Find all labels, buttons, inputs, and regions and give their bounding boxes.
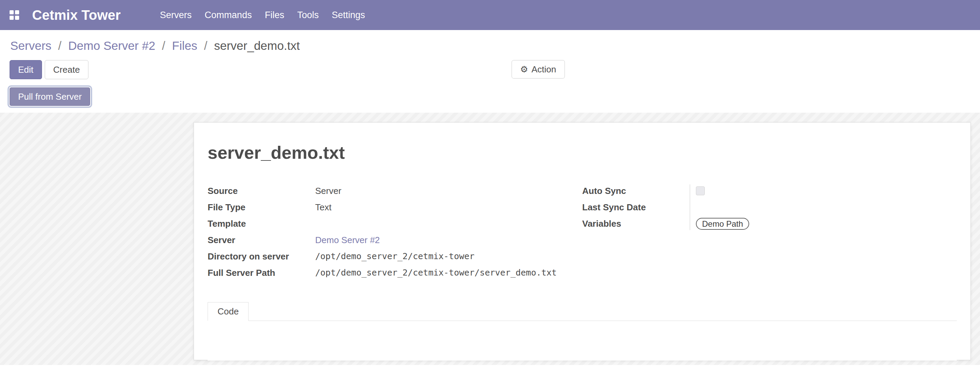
breadcrumb-separator: / xyxy=(55,39,65,52)
field-label-directory: Directory on server xyxy=(208,250,315,263)
field-row-directory: Directory on server /opt/demo_server_2/c… xyxy=(208,248,582,264)
action-button-label: Action xyxy=(532,64,556,75)
field-group-right: Auto Sync Last Sync Date Variables Demo … xyxy=(582,183,957,281)
breadcrumb-item-demo-server[interactable]: Demo Server #2 xyxy=(68,39,155,52)
field-label-file-type: File Type xyxy=(208,201,315,214)
menu-item-files[interactable]: Files xyxy=(258,0,291,30)
top-navbar: Cetmix Tower Servers Commands Files Tool… xyxy=(0,0,980,30)
control-panel: Edit Create ⚙ Action xyxy=(0,53,980,79)
field-row-full-path: Full Server Path /opt/demo_server_2/cetm… xyxy=(208,264,582,281)
field-value-source: Server xyxy=(315,185,582,197)
field-label-template: Template xyxy=(208,217,315,230)
action-dropdown-button[interactable]: ⚙ Action xyxy=(512,60,565,78)
breadcrumb-item-files[interactable]: Files xyxy=(172,39,197,52)
tab-code[interactable]: Code xyxy=(208,302,248,321)
field-row-auto-sync: Auto Sync xyxy=(582,183,957,199)
field-label-auto-sync: Auto Sync xyxy=(582,185,690,197)
field-label-source: Source xyxy=(208,185,315,197)
field-row-variables: Variables Demo Path xyxy=(582,215,957,232)
breadcrumb-separator: / xyxy=(200,39,211,52)
field-groups: Source Server File Type Text Template Se… xyxy=(208,183,957,281)
breadcrumb: Servers / Demo Server #2 / Files / serve… xyxy=(0,30,980,53)
field-value-directory: /opt/demo_server_2/cetmix-tower xyxy=(315,250,582,263)
menu-item-settings[interactable]: Settings xyxy=(325,0,372,30)
field-label-server: Server xyxy=(208,234,315,247)
breadcrumb-separator: / xyxy=(158,39,169,52)
form-sheet: server_demo.txt Source Server File Type … xyxy=(194,122,971,360)
server-link[interactable]: Demo Server #2 xyxy=(315,235,380,245)
field-row-last-sync-date: Last Sync Date xyxy=(582,199,957,215)
field-row-server: Server Demo Server #2 xyxy=(208,232,582,248)
brand-title: Cetmix Tower xyxy=(32,8,121,23)
field-row-template: Template xyxy=(208,215,582,232)
menu-item-servers[interactable]: Servers xyxy=(153,0,198,30)
gear-icon: ⚙ xyxy=(520,64,528,75)
menu-item-commands[interactable]: Commands xyxy=(198,0,258,30)
field-label-variables: Variables xyxy=(582,217,690,230)
field-row-file-type: File Type Text xyxy=(208,199,582,215)
field-label-last-sync-date: Last Sync Date xyxy=(582,201,690,214)
field-label-full-path: Full Server Path xyxy=(208,266,315,279)
variable-tag-demo-path: Demo Path xyxy=(696,218,749,230)
column-divider xyxy=(690,185,690,230)
object-buttons-row: Pull from Server xyxy=(0,79,980,113)
menu-item-tools[interactable]: Tools xyxy=(291,0,325,30)
field-value-file-type: Text xyxy=(315,201,582,214)
field-row-source: Source Server xyxy=(208,183,582,199)
field-group-left: Source Server File Type Text Template Se… xyxy=(208,183,582,281)
field-value-full-path: /opt/demo_server_2/cetmix-tower/server_d… xyxy=(315,266,582,279)
edit-button[interactable]: Edit xyxy=(10,60,42,79)
create-button[interactable]: Create xyxy=(45,60,88,79)
field-value-server: Demo Server #2 xyxy=(315,234,582,247)
breadcrumb-current: server_demo.txt xyxy=(214,39,300,52)
tab-code-content xyxy=(208,321,957,361)
form-view-background: server_demo.txt Source Server File Type … xyxy=(0,113,980,365)
apps-grid-icon[interactable] xyxy=(10,10,19,20)
field-value-auto-sync xyxy=(690,185,957,195)
notebook-tabs: Code xyxy=(208,302,957,321)
main-menu: Servers Commands Files Tools Settings xyxy=(153,0,372,30)
pull-from-server-button[interactable]: Pull from Server xyxy=(10,88,90,106)
auto-sync-checkbox[interactable] xyxy=(696,186,705,195)
record-title: server_demo.txt xyxy=(208,142,957,163)
breadcrumb-item-servers[interactable]: Servers xyxy=(10,39,52,52)
field-value-variables: Demo Path xyxy=(690,217,957,230)
